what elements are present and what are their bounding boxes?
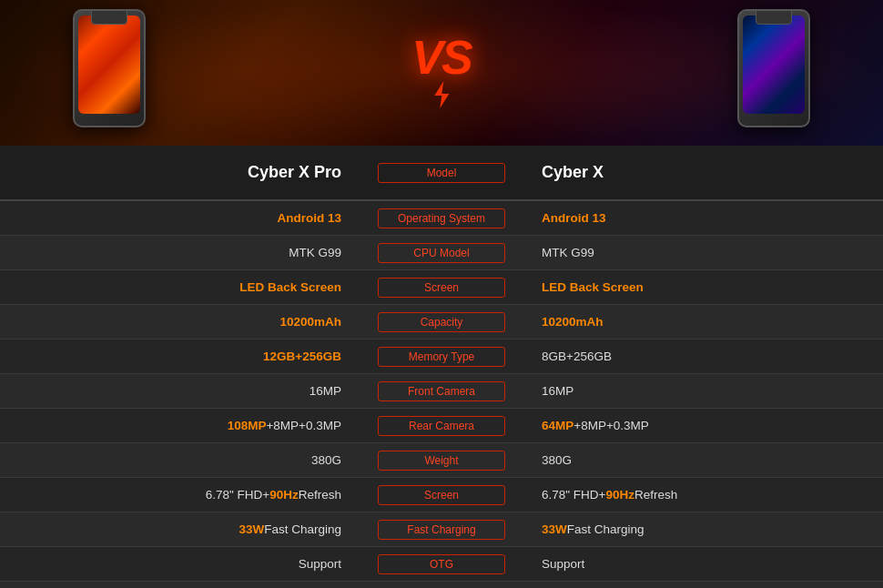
vs-badge: VS [411, 34, 471, 112]
comparison-table: Cyber X Pro Model Cyber X Android 13 Ope… [0, 146, 883, 588]
cell-backscreen-center: Screen [360, 270, 523, 304]
cell-otg-left: Support [0, 547, 360, 581]
cell-capacity-center: Capacity [360, 305, 523, 339]
cell-os-center: Operating System [360, 201, 523, 235]
model-label: Model [378, 163, 505, 183]
phone-right-image [719, 9, 828, 137]
cell-front-camera-right: 16MP [523, 374, 883, 408]
cell-capacity-right: 10200mAh [523, 305, 883, 339]
cell-capacity-left: 10200mAh [0, 305, 360, 339]
cell-weight-left: 380G [0, 443, 360, 477]
cell-memory-center: Memory Type [360, 340, 523, 373]
cell-memory-right: 8GB+256GB [523, 340, 883, 373]
cell-cpu-left: MTK G99 [0, 236, 360, 269]
cell-front-camera-center: Front Camera [360, 374, 523, 408]
phone-left-screen [78, 15, 140, 114]
cell-otg-center: OTG [360, 547, 523, 581]
cell-cpu-right: MTK G99 [523, 236, 883, 269]
phone-right-screen [743, 15, 805, 114]
row-capacity: 10200mAh Capacity 10200mAh [0, 305, 883, 340]
row-fast-charging: 33W Fast Charging Fast Charging 33W Fast… [0, 512, 883, 547]
lightning-icon [423, 81, 460, 108]
hero-banner: VS [0, 0, 883, 146]
cell-screen-right: 6.78" FHD+ 90Hz Refresh [523, 478, 883, 512]
cell-fast-charging-left: 33W Fast Charging [0, 512, 360, 546]
cell-nfc-right: Support [523, 582, 883, 588]
row-front-camera: 16MP Front Camera 16MP [0, 374, 883, 409]
cell-rear-camera-center: Rear Camera [360, 409, 523, 442]
phone-left-image [55, 9, 164, 137]
header-center: Model [360, 157, 523, 188]
row-cpu: MTK G99 CPU Model MTK G99 [0, 236, 883, 270]
row-os: Android 13 Operating System Android 13 [0, 201, 883, 236]
cell-rear-camera-left: 108MP+8MP+0.3MP [0, 409, 360, 442]
vs-text: VS [411, 34, 471, 81]
right-header: Cyber X [523, 157, 865, 188]
row-rear-camera: 108MP+8MP+0.3MP Rear Camera 64MP+8MP+0.3… [0, 409, 883, 443]
cell-backscreen-left: LED Back Screen [0, 270, 360, 304]
row-screen-refresh: 6.78" FHD+ 90Hz Refresh Screen 6.78" FHD… [0, 478, 883, 512]
cell-os-left: Android 13 [0, 201, 360, 235]
cell-fast-charging-center: Fast Charging [360, 512, 523, 546]
cell-nfc-center: NFC [360, 582, 523, 588]
row-otg: Support OTG Support [0, 547, 883, 582]
cell-memory-left: 12GB+256GB [0, 340, 360, 373]
cell-otg-right: Support [523, 547, 883, 581]
cell-fast-charging-right: 33W Fast Charging [523, 512, 883, 546]
cell-os-right: Android 13 [523, 201, 883, 235]
cell-rear-camera-right: 64MP+8MP+0.3MP [523, 409, 883, 442]
cell-front-camera-left: 16MP [0, 374, 360, 408]
camera-bump-right [756, 9, 792, 25]
cell-screen-left: 6.78" FHD+ 90Hz Refresh [0, 478, 360, 512]
camera-bump-left [91, 9, 127, 25]
row-weight: 380G Weight 380G [0, 443, 883, 478]
row-backscreen: LED Back Screen Screen LED Back Screen [0, 270, 883, 305]
svg-marker-0 [434, 81, 449, 108]
left-header: Cyber X Pro [18, 157, 360, 188]
cell-cpu-center: CPU Model [360, 236, 523, 269]
cell-weight-right: 380G [523, 443, 883, 477]
cell-nfc-left: Support [0, 582, 360, 588]
row-memory: 12GB+256GB Memory Type 8GB+256GB [0, 340, 883, 374]
cell-backscreen-right: LED Back Screen [523, 270, 883, 304]
cell-screen-center: Screen [360, 478, 523, 512]
row-nfc: Support NFC Support [0, 582, 883, 588]
table-header-row: Cyber X Pro Model Cyber X [0, 146, 883, 201]
cell-weight-center: Weight [360, 443, 523, 477]
